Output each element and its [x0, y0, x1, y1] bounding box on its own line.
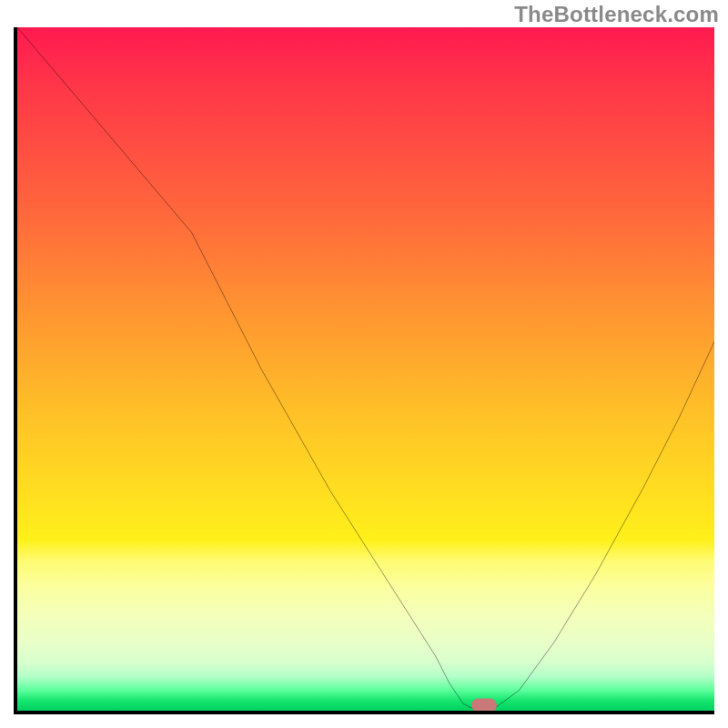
bottleneck-chart: TheBottleneck.com	[0, 0, 728, 728]
optimal-point-marker	[471, 699, 497, 713]
bottleneck-curve	[17, 27, 714, 711]
plot-area	[14, 27, 714, 714]
watermark-text: TheBottleneck.com	[514, 2, 719, 27]
